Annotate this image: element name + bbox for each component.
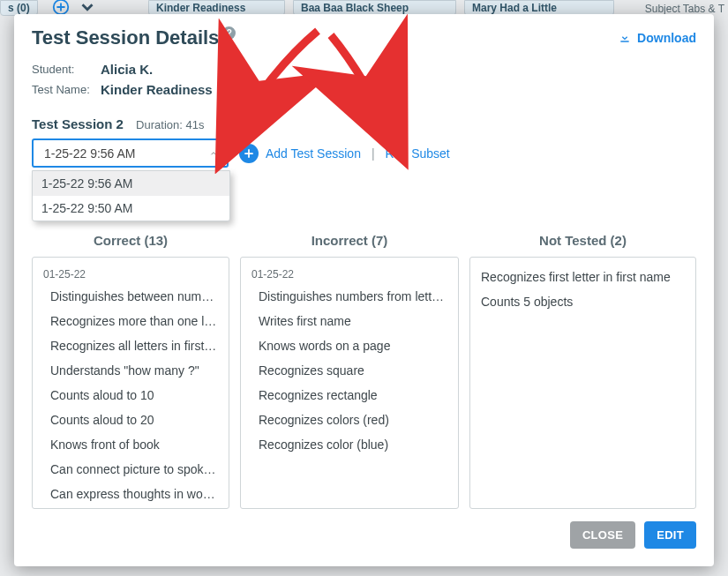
chevron-down-icon [78, 0, 97, 15]
list-item: Distinguishes between numbers [50, 289, 218, 303]
session-header: Test Session 2 Duration: 41s [32, 116, 696, 131]
download-icon [618, 31, 632, 45]
list-item: Knows words on a page [259, 339, 447, 353]
edit-button[interactable]: EDIT [644, 521, 696, 549]
plus-circle-icon [51, 0, 71, 15]
list-item: Recognizes colors (red) [259, 413, 447, 427]
list-item: Distinguishes numbers from letters [259, 289, 447, 303]
modal-title: Test Session Details ? [32, 26, 236, 49]
list-item: Counts aloud to 10 [50, 388, 218, 402]
test-session-details-modal: Test Session Details ? Download Student:… [14, 14, 714, 566]
correct-scroll[interactable]: 01-25-22 Distinguishes between numbers R… [33, 258, 229, 508]
incorrect-panel: 01-25-22 Distinguishes numbers from lett… [240, 257, 459, 509]
correct-panel: 01-25-22 Distinguishes between numbers R… [32, 257, 229, 509]
incorrect-column-title: Incorrect (7) [240, 233, 459, 248]
not-tested-column-title: Not Tested (2) [469, 233, 696, 248]
not-tested-list: Recognizes first letter in first name Co… [470, 258, 695, 508]
dropdown-option[interactable]: 1-25-22 9:50 AM [33, 196, 229, 221]
session-dropdown[interactable]: 1-25-22 9:56 AM [32, 138, 229, 168]
testname-value: Kinder Readiness [101, 82, 213, 97]
testname-label: Test Name: [32, 83, 101, 96]
list-item: Knows front of book [50, 438, 218, 452]
caret-up-icon [209, 149, 218, 158]
list-item: Recognizes first letter in first name [481, 270, 685, 284]
correct-date: 01-25-22 [43, 268, 218, 281]
session-duration: Duration: 41s [136, 118, 204, 131]
not-tested-panel: Recognizes first letter in first name Co… [469, 257, 696, 509]
list-item: Recognizes more than one letter [50, 314, 218, 328]
incorrect-scroll[interactable]: 01-25-22 Distinguishes numbers from lett… [241, 258, 458, 508]
dropdown-option[interactable]: 1-25-22 9:56 AM [33, 171, 229, 196]
plus-icon [239, 144, 259, 163]
help-icon[interactable]: ? [222, 26, 236, 40]
list-item: Counts 5 objects [481, 295, 685, 309]
list-item: Recognizes rectangle [259, 388, 447, 402]
list-item: Can express thoughts in words [50, 487, 218, 501]
close-button[interactable]: CLOSE [570, 521, 635, 549]
list-item: Writes first name [259, 314, 447, 328]
list-item: Counts aloud to 20 [50, 413, 218, 427]
student-value: Alicia K. [101, 62, 153, 77]
add-test-session-label: Add Test Session [266, 146, 361, 161]
add-test-session-button[interactable]: Add Test Session [239, 144, 361, 163]
list-item: Recognizes color (blue) [259, 438, 447, 452]
list-item: Understands "how many ?" [50, 363, 218, 378]
session-title: Test Session 2 [32, 116, 124, 131]
meta-block: Student: Alicia K. Test Name: Kinder Rea… [32, 62, 696, 97]
session-dropdown-panel: 1-25-22 9:56 AM 1-25-22 9:50 AM [32, 170, 230, 221]
list-item: Recognizes all letters in first name [50, 339, 218, 353]
run-subset-button[interactable]: Run Subset [386, 146, 450, 161]
incorrect-date: 01-25-22 [251, 268, 447, 281]
download-button[interactable]: Download [618, 31, 696, 45]
session-dropdown-value: 1-25-22 9:56 AM [44, 146, 136, 161]
list-item: Can connect picture to spoken word [50, 462, 218, 476]
student-label: Student: [32, 63, 101, 76]
modal-title-text: Test Session Details [32, 26, 219, 49]
list-item: Recognizes square [259, 363, 447, 378]
download-label: Download [637, 31, 696, 45]
correct-column-title: Correct (13) [32, 233, 229, 248]
separator: | [372, 146, 375, 161]
